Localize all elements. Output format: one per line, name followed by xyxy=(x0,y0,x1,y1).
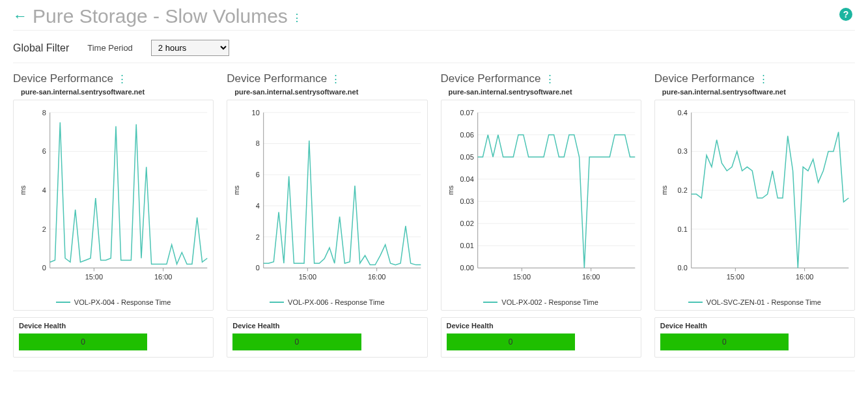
line-chart[interactable]: 0246810ms15:0016:00 xyxy=(230,106,424,294)
svg-text:0.02: 0.02 xyxy=(460,220,473,227)
panel-title: Device Performance xyxy=(441,72,541,85)
svg-text:0.3: 0.3 xyxy=(677,147,687,155)
y-axis-label: ms xyxy=(660,185,668,195)
svg-text:15:00: 15:00 xyxy=(512,273,530,281)
device-health-label: Device Health xyxy=(19,322,208,330)
y-axis-label: ms xyxy=(446,185,454,195)
time-period-select[interactable]: 2 hours xyxy=(151,40,229,56)
device-health-bar[interactable]: 0 xyxy=(660,333,789,350)
svg-text:0: 0 xyxy=(42,264,46,272)
chart-card: 02468ms15:0016:00VOL-PX-004 - Response T… xyxy=(13,100,214,311)
device-health-value: 0 xyxy=(295,337,300,347)
svg-text:0.07: 0.07 xyxy=(460,109,473,117)
svg-text:8: 8 xyxy=(256,139,260,147)
device-performance-panel: Device Performance⋮pure-san.internal.sen… xyxy=(441,72,641,358)
svg-text:16:00: 16:00 xyxy=(368,273,385,281)
legend-swatch-icon xyxy=(688,302,703,303)
back-arrow-icon[interactable]: ← xyxy=(13,8,27,25)
device-health-card: Device Health0 xyxy=(441,317,641,358)
svg-text:0.1: 0.1 xyxy=(677,225,687,233)
svg-text:16:00: 16:00 xyxy=(796,273,813,281)
series-line xyxy=(691,132,848,268)
device-health-bar[interactable]: 0 xyxy=(447,333,575,350)
device-health-card: Device Health0 xyxy=(13,317,214,358)
svg-text:0.06: 0.06 xyxy=(460,131,473,139)
svg-text:15:00: 15:00 xyxy=(726,273,744,281)
svg-text:0.00: 0.00 xyxy=(460,264,473,272)
device-health-bar[interactable]: 0 xyxy=(232,333,361,350)
panel-subtitle: pure-san.internal.sentrysoftware.net xyxy=(654,88,855,96)
legend: VOL-SVC-ZEN-01 - Response Time xyxy=(658,294,852,307)
panels-row: Device Performance⋮pure-san.internal.sen… xyxy=(13,63,855,371)
device-health-value: 0 xyxy=(509,337,513,347)
line-chart[interactable]: 0.000.010.020.030.040.050.060.07ms15:001… xyxy=(444,106,638,294)
svg-text:0.4: 0.4 xyxy=(677,109,687,117)
svg-text:2: 2 xyxy=(42,225,46,233)
series-line xyxy=(50,122,208,264)
legend-label: VOL-PX-004 - Response Time xyxy=(74,298,171,306)
global-filter-label: Global Filter xyxy=(13,42,69,54)
device-performance-panel: Device Performance⋮pure-san.internal.sen… xyxy=(227,72,427,358)
svg-text:4: 4 xyxy=(42,186,46,194)
line-chart[interactable]: 02468ms15:0016:00 xyxy=(16,106,210,294)
panel-subtitle: pure-san.internal.sentrysoftware.net xyxy=(13,88,214,96)
svg-text:6: 6 xyxy=(256,171,260,178)
device-health-label: Device Health xyxy=(660,322,849,330)
svg-text:2: 2 xyxy=(256,233,260,241)
device-health-label: Device Health xyxy=(447,322,636,330)
legend-swatch-icon xyxy=(270,302,284,303)
legend-swatch-icon xyxy=(483,302,497,303)
global-filter-bar: Global Filter Time Period 2 hours xyxy=(13,31,855,63)
device-performance-panel: Device Performance⋮pure-san.internal.sen… xyxy=(13,72,214,358)
panel-menu-icon[interactable]: ⋮ xyxy=(331,73,341,85)
chart-card: 0.000.010.020.030.040.050.060.07ms15:001… xyxy=(441,100,641,311)
page-title: Pure Storage - Slow Volumes xyxy=(33,5,288,27)
y-axis-label: ms xyxy=(232,185,240,195)
panel-subtitle: pure-san.internal.sentrysoftware.net xyxy=(441,88,641,96)
svg-text:0: 0 xyxy=(256,264,260,272)
panel-menu-icon[interactable]: ⋮ xyxy=(545,73,555,85)
series-line xyxy=(264,141,421,265)
device-health-card: Device Health0 xyxy=(654,317,855,358)
device-health-value: 0 xyxy=(81,337,85,347)
svg-text:10: 10 xyxy=(252,109,260,117)
svg-text:4: 4 xyxy=(256,202,260,210)
svg-text:15:00: 15:00 xyxy=(85,273,103,281)
legend: VOL-PX-006 - Response Time xyxy=(230,294,424,307)
y-axis-label: ms xyxy=(19,185,27,195)
help-icon[interactable]: ? xyxy=(839,8,852,21)
svg-text:8: 8 xyxy=(42,109,46,117)
panel-subtitle: pure-san.internal.sentrysoftware.net xyxy=(227,88,427,96)
device-health-card: Device Health0 xyxy=(227,317,427,358)
panel-menu-icon[interactable]: ⋮ xyxy=(759,73,768,85)
legend: VOL-PX-002 - Response Time xyxy=(444,294,638,307)
legend-label: VOL-SVC-ZEN-01 - Response Time xyxy=(707,298,821,306)
legend-label: VOL-PX-006 - Response Time xyxy=(288,298,385,306)
line-chart[interactable]: 0.00.10.20.30.4ms15:0016:00 xyxy=(658,106,852,294)
panel-title: Device Performance xyxy=(654,72,755,85)
svg-text:0.0: 0.0 xyxy=(677,264,687,272)
svg-text:16:00: 16:00 xyxy=(581,273,599,281)
page-title-menu-icon[interactable]: ⋮ xyxy=(292,12,302,24)
svg-text:0.01: 0.01 xyxy=(460,242,473,249)
chart-card: 0246810ms15:0016:00VOL-PX-006 - Response… xyxy=(227,100,427,311)
svg-text:6: 6 xyxy=(42,147,46,155)
svg-text:16:00: 16:00 xyxy=(154,273,172,281)
svg-text:0.05: 0.05 xyxy=(460,153,473,161)
page-header: ← Pure Storage - Slow Volumes ⋮ ? xyxy=(13,0,855,31)
chart-card: 0.00.10.20.30.4ms15:0016:00VOL-SVC-ZEN-0… xyxy=(654,100,855,311)
panel-title: Device Performance xyxy=(13,72,113,85)
svg-text:0.03: 0.03 xyxy=(460,197,473,205)
svg-text:0.04: 0.04 xyxy=(460,175,473,183)
time-period-label: Time Period xyxy=(87,43,133,53)
device-health-label: Device Health xyxy=(232,322,421,330)
device-performance-panel: Device Performance⋮pure-san.internal.sen… xyxy=(654,72,855,358)
device-health-bar[interactable]: 0 xyxy=(19,333,147,350)
legend: VOL-PX-004 - Response Time xyxy=(16,294,210,307)
legend-swatch-icon xyxy=(56,302,70,303)
panel-title: Device Performance xyxy=(227,72,327,85)
panel-menu-icon[interactable]: ⋮ xyxy=(117,73,127,85)
svg-text:0.2: 0.2 xyxy=(677,186,687,194)
device-health-value: 0 xyxy=(722,337,727,347)
svg-text:15:00: 15:00 xyxy=(299,273,316,281)
